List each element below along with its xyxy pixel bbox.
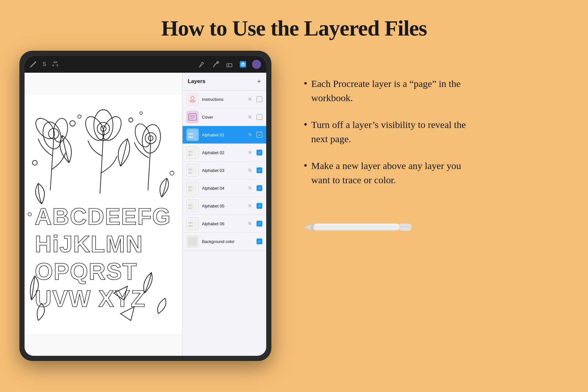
bullet-point-3: • Make a new layer above any layer you w… — [304, 159, 549, 187]
bullet-text-1: Each Procreate layer is a “page” in the … — [311, 77, 479, 105]
layer-visibility-checkbox[interactable]: ✓ — [257, 150, 262, 155]
drawing-area: ABCDEEFG HiJKLMN OPQRST UVW XYZ — [25, 73, 182, 356]
layer-name: Alphabet 01 — [202, 132, 245, 137]
layer-name: Alphabet 02 — [202, 150, 245, 155]
ipad-screen: S — [25, 56, 266, 356]
layer-visibility-checkbox[interactable]: ✓ — [257, 185, 262, 191]
layer-item[interactable]: ABCDEF Alphabet 04 N ✓ — [183, 179, 266, 197]
layer-thumbnail: ABCDEF — [186, 182, 199, 194]
checkmark-icon: ✓ — [258, 240, 261, 243]
layer-item[interactable]: ABCDEF Alphabet 03 N ✓ — [183, 162, 266, 179]
svg-text:ABC: ABC — [188, 151, 193, 153]
layer-item[interactable]: ABCDEF Alphabet 02 N ✓ — [183, 144, 266, 162]
content-area: S — [0, 51, 588, 361]
layer-visibility-checkbox[interactable] — [257, 114, 262, 120]
layers-add-button[interactable]: + — [257, 77, 261, 86]
layer-visibility-checkbox[interactable]: ✓ — [257, 203, 262, 209]
svg-text:ABC: ABC — [188, 222, 193, 224]
bullet-point-1: • Each Procreate layer is a “page” in th… — [304, 77, 549, 105]
layer-item[interactable]: ABCDEF Alphabet 06 N ✓ — [183, 215, 266, 233]
page-title: How to Use the Layered Files — [0, 0, 588, 41]
bullet-dot-2: • — [304, 118, 307, 131]
smudge-tool-icon[interactable] — [211, 60, 220, 69]
svg-text:ABC: ABC — [188, 168, 193, 171]
transform-icon[interactable] — [52, 61, 59, 68]
screen-content: ABCDEEFG HiJKLMN OPQRST UVW XYZ — [25, 73, 266, 356]
eraser-tool-icon[interactable] — [225, 60, 234, 69]
svg-text:DEF: DEF — [188, 136, 193, 139]
procreate-toolbar: S — [25, 56, 266, 73]
instructions-panel: • Each Procreate layer is a “page” in th… — [271, 51, 569, 251]
layer-mode: N — [248, 97, 251, 101]
svg-text:DEF: DEF — [188, 207, 193, 209]
svg-marker-59 — [304, 224, 312, 230]
layer-name: Alphabet 06 — [202, 221, 245, 226]
checkmark-icon: ✓ — [258, 186, 261, 190]
layer-item[interactable]: Cover N — [183, 108, 266, 126]
bullet-text-2: Turn off a layer’s visibility to reveal … — [311, 118, 479, 146]
svg-line-1 — [202, 62, 204, 63]
svg-text:ABC: ABC — [188, 132, 194, 135]
svg-text:DEF: DEF — [188, 172, 193, 174]
svg-text:ABC: ABC — [188, 186, 193, 188]
layer-mode: N — [248, 150, 251, 155]
layers-panel-title: Layers — [188, 78, 205, 85]
svg-text:OPQRST: OPQRST — [35, 259, 137, 284]
layer-item-active[interactable]: ABC DEF Alphabet 01 N ✓ — [183, 126, 266, 144]
svg-rect-63 — [399, 224, 412, 231]
svg-rect-31 — [187, 94, 198, 104]
svg-rect-58 — [187, 236, 198, 247]
checkmark-icon: ✓ — [258, 204, 261, 208]
svg-text:HiJKLMN: HiJKLMN — [35, 231, 143, 257]
layer-name: Cover — [202, 115, 245, 120]
ipad-wrapper: S — [19, 51, 271, 361]
layer-visibility-checkbox[interactable]: ✓ — [257, 167, 262, 173]
layer-name: Background color — [202, 239, 248, 244]
layer-mode: N — [248, 186, 251, 190]
layer-name: Instructions — [202, 97, 245, 102]
s-tool-icon[interactable]: S — [41, 61, 48, 68]
layer-visibility-checkbox[interactable]: ✓ — [257, 221, 262, 227]
layer-item[interactable]: Instructions N — [183, 90, 266, 108]
layer-thumbnail: ABCDEF — [186, 164, 199, 176]
layer-thumbnail — [186, 93, 199, 105]
layer-thumbnail: ABC DEF — [186, 129, 199, 141]
checkmark-icon: ✓ — [258, 169, 261, 172]
pencil-tool-icon[interactable] — [30, 61, 37, 68]
svg-rect-34 — [190, 102, 195, 102]
layers-tool-icon[interactable] — [238, 60, 247, 69]
svg-text:ABC: ABC — [188, 204, 193, 206]
layer-thumbnail — [186, 111, 199, 123]
checkmark-icon: ✓ — [258, 133, 261, 137]
brush-tool-icon[interactable] — [198, 60, 207, 69]
layer-visibility-checkbox[interactable]: ✓ — [257, 238, 262, 244]
apple-pencil-svg — [304, 219, 414, 235]
bullet-point-2: • Turn off a layer’s visibility to revea… — [304, 118, 549, 146]
svg-line-0 — [31, 62, 36, 67]
layers-header: Layers + — [183, 73, 266, 90]
layer-mode: N — [248, 132, 251, 137]
layer-thumbnail: ABCDEF — [186, 200, 199, 212]
svg-rect-33 — [189, 101, 196, 101]
toolbar-right — [198, 60, 261, 69]
layer-item[interactable]: ABCDEF Alphabet 05 N ✓ — [183, 197, 266, 215]
svg-text:DEF: DEF — [188, 189, 193, 192]
layer-thumbnail — [186, 235, 199, 248]
layer-mode: N — [248, 115, 251, 119]
layer-name: Alphabet 04 — [202, 186, 245, 191]
checkmark-icon: ✓ — [258, 151, 261, 154]
svg-rect-3 — [227, 64, 232, 67]
layer-visibility-checkbox[interactable]: ✓ — [257, 132, 262, 138]
layer-mode: N — [248, 221, 251, 226]
bullet-dot-3: • — [304, 159, 307, 172]
layer-visibility-checkbox[interactable] — [257, 96, 262, 102]
layer-name: Alphabet 05 — [202, 204, 245, 208]
color-swatch[interactable] — [252, 60, 261, 69]
bullet-text-3: Make a new layer above any layer you wan… — [311, 159, 479, 187]
layer-mode: N — [248, 168, 251, 173]
layers-panel: Layers + — [182, 73, 266, 356]
layer-mode: N — [248, 204, 251, 208]
svg-text:DEF: DEF — [188, 154, 193, 156]
layer-name: Alphabet 03 — [202, 168, 245, 173]
layer-item[interactable]: Background color ✓ — [183, 233, 266, 250]
